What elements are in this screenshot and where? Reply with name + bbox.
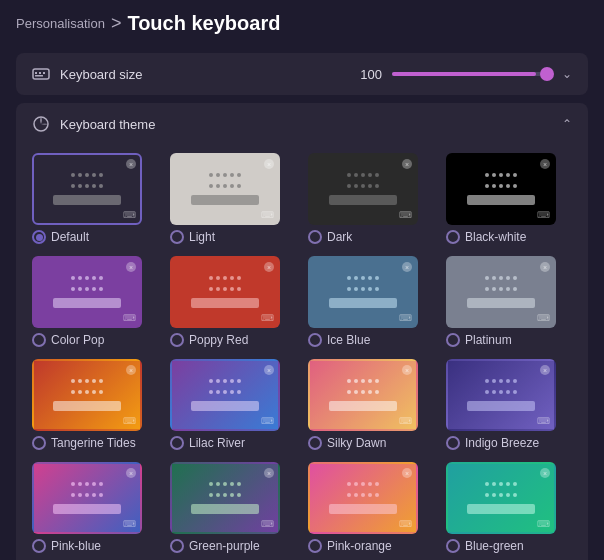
- svg-rect-3: [43, 72, 45, 74]
- theme-item-black-white[interactable]: ×⌨Black-white: [446, 153, 572, 244]
- kb-dots-row: [347, 184, 379, 188]
- theme-label-row: Dark: [308, 230, 352, 244]
- radio-dark[interactable]: [308, 230, 322, 244]
- kb-dot: [71, 184, 75, 188]
- theme-label-row: Blue-green: [446, 539, 524, 553]
- kb-dots-row: [485, 493, 517, 497]
- kb-dot: [223, 184, 227, 188]
- theme-name: Ice Blue: [327, 333, 370, 347]
- theme-item-pink-blue[interactable]: ×⌨Pink-blue: [32, 462, 158, 553]
- kb-dot: [354, 276, 358, 280]
- theme-item-pink-orange[interactable]: ×⌨Pink-orange: [308, 462, 434, 553]
- theme-name: Light: [189, 230, 215, 244]
- radio-pink-blue[interactable]: [32, 539, 46, 553]
- theme-item-color-pop[interactable]: ×⌨Color Pop: [32, 256, 158, 347]
- kb-dot: [216, 482, 220, 486]
- breadcrumb-separator: >: [111, 13, 122, 34]
- theme-name: Default: [51, 230, 89, 244]
- kb-dots-row: [485, 379, 517, 383]
- theme-preview-tangerine-tides: ×⌨: [32, 359, 142, 431]
- kb-dot: [78, 184, 82, 188]
- keyboard-theme-icon: [32, 115, 50, 133]
- theme-item-indigo-breeze[interactable]: ×⌨Indigo Breeze: [446, 359, 572, 450]
- theme-label-row: Light: [170, 230, 215, 244]
- kb-dot: [216, 276, 220, 280]
- keyboard-theme-header[interactable]: Keyboard theme ⌃: [16, 103, 588, 145]
- kb-dot: [354, 482, 358, 486]
- theme-item-blue-green[interactable]: ×⌨Blue-green: [446, 462, 572, 553]
- theme-preview-light: ×⌨: [170, 153, 280, 225]
- theme-item-lilac-river[interactable]: ×⌨Lilac River: [170, 359, 296, 450]
- chevron-down-icon: ⌄: [562, 67, 572, 81]
- theme-chevron-up-icon: ⌃: [562, 117, 572, 131]
- theme-item-tangerine-tides[interactable]: ×⌨Tangerine Tides: [32, 359, 158, 450]
- radio-black-white[interactable]: [446, 230, 460, 244]
- kb-dot: [78, 276, 82, 280]
- radio-ice-blue[interactable]: [308, 333, 322, 347]
- kb-dots-row: [209, 173, 241, 177]
- kb-dot: [223, 493, 227, 497]
- radio-lilac-river[interactable]: [170, 436, 184, 450]
- theme-preview-platinum: ×⌨: [446, 256, 556, 328]
- radio-green-purple[interactable]: [170, 539, 184, 553]
- theme-preview-green-purple: ×⌨: [170, 462, 280, 534]
- theme-name: Tangerine Tides: [51, 436, 136, 450]
- kb-dot: [513, 173, 517, 177]
- radio-color-pop[interactable]: [32, 333, 46, 347]
- theme-label-row: Green-purple: [170, 539, 260, 553]
- breadcrumb-parent[interactable]: Personalisation: [16, 16, 105, 31]
- kb-dot: [223, 390, 227, 394]
- theme-name: Lilac River: [189, 436, 245, 450]
- theme-corner-icon: ⌨: [399, 313, 412, 323]
- kb-bar: [329, 504, 398, 514]
- svg-rect-2: [39, 72, 41, 74]
- radio-blue-green[interactable]: [446, 539, 460, 553]
- radio-silky-dawn[interactable]: [308, 436, 322, 450]
- kb-bar: [467, 504, 536, 514]
- kb-dot: [368, 173, 372, 177]
- kb-dot: [99, 184, 103, 188]
- kb-dot: [375, 173, 379, 177]
- radio-platinum[interactable]: [446, 333, 460, 347]
- radio-pink-orange[interactable]: [308, 539, 322, 553]
- theme-corner-icon: ⌨: [123, 416, 136, 426]
- kb-dot: [499, 379, 503, 383]
- kb-dot: [499, 173, 503, 177]
- kb-dot: [237, 379, 241, 383]
- radio-tangerine-tides[interactable]: [32, 436, 46, 450]
- kb-bar: [467, 298, 536, 308]
- kb-dot: [71, 379, 75, 383]
- kb-dot: [492, 379, 496, 383]
- radio-default[interactable]: [32, 230, 46, 244]
- kb-dot: [347, 379, 351, 383]
- theme-item-green-purple[interactable]: ×⌨Green-purple: [170, 462, 296, 553]
- kb-dots-row: [347, 173, 379, 177]
- kb-bar: [329, 298, 398, 308]
- radio-indigo-breeze[interactable]: [446, 436, 460, 450]
- theme-item-poppy-red[interactable]: ×⌨Poppy Red: [170, 256, 296, 347]
- theme-item-ice-blue[interactable]: ×⌨Ice Blue: [308, 256, 434, 347]
- kb-dot: [209, 173, 213, 177]
- kb-dots-row: [485, 184, 517, 188]
- theme-item-default[interactable]: ×⌨Default: [32, 153, 158, 244]
- kb-bar: [191, 195, 260, 205]
- kb-dot: [92, 379, 96, 383]
- theme-name: Pink-blue: [51, 539, 101, 553]
- keyboard-size-slider[interactable]: [392, 72, 552, 76]
- kb-dot: [85, 287, 89, 291]
- slider-value: 100: [354, 67, 382, 82]
- theme-close-dot: ×: [402, 159, 412, 169]
- theme-item-dark[interactable]: ×⌨Dark: [308, 153, 434, 244]
- theme-item-platinum[interactable]: ×⌨Platinum: [446, 256, 572, 347]
- slider-thumb[interactable]: [540, 67, 554, 81]
- kb-dots-row: [71, 276, 103, 280]
- radio-poppy-red[interactable]: [170, 333, 184, 347]
- theme-close-dot: ×: [126, 468, 136, 478]
- keyboard-size-header[interactable]: Keyboard size 100 ⌄: [16, 53, 588, 95]
- kb-dot: [347, 482, 351, 486]
- radio-light[interactable]: [170, 230, 184, 244]
- kb-dot: [368, 379, 372, 383]
- kb-dots-row: [485, 390, 517, 394]
- theme-item-silky-dawn[interactable]: ×⌨Silky Dawn: [308, 359, 434, 450]
- theme-item-light[interactable]: ×⌨Light: [170, 153, 296, 244]
